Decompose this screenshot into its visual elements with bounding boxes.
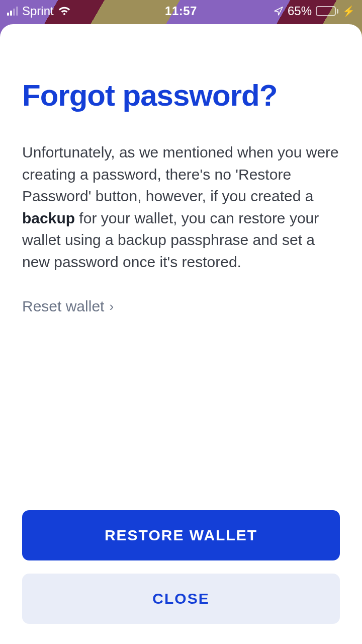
explanation-text: Unfortunately, as we mentioned when you … xyxy=(22,141,340,273)
carrier-label: Sprint xyxy=(22,4,54,18)
status-bar: Sprint 11:57 65% ⚡ xyxy=(0,0,362,22)
battery-icon xyxy=(316,6,338,16)
reset-wallet-label: Reset wallet xyxy=(22,298,104,315)
body-text-bold: backup xyxy=(22,210,75,226)
forgot-password-sheet: Forgot password? Unfortunately, as we me… xyxy=(0,24,362,644)
page-title: Forgot password? xyxy=(22,79,340,111)
status-right: 65% ⚡ xyxy=(274,4,355,18)
location-arrow-icon xyxy=(274,6,284,16)
battery-percent: 65% xyxy=(288,4,312,18)
chevron-right-icon: › xyxy=(109,299,114,314)
close-button[interactable]: CLOSE xyxy=(22,574,340,624)
clock: 11:57 xyxy=(165,4,197,18)
status-left: Sprint xyxy=(7,4,71,18)
reset-wallet-link[interactable]: Reset wallet › xyxy=(22,298,340,315)
charging-icon: ⚡ xyxy=(342,5,355,17)
body-text-prefix: Unfortunately, as we mentioned when you … xyxy=(22,144,339,204)
wifi-icon xyxy=(58,6,71,16)
cell-signal-icon xyxy=(7,7,18,16)
restore-wallet-button[interactable]: RESTORE WALLET xyxy=(22,510,340,560)
